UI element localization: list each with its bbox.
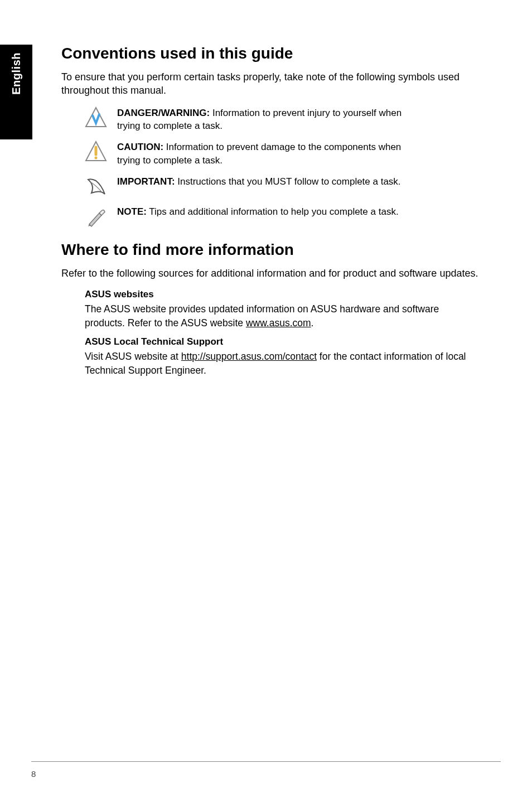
convention-label: DANGER/WARNING: xyxy=(117,108,210,118)
convention-body: Tips and additional information to help … xyxy=(147,206,399,217)
page-number: 8 xyxy=(31,769,36,779)
convention-label: CAUTION: xyxy=(117,142,163,152)
caution-icon xyxy=(85,141,107,163)
note-icon xyxy=(85,205,107,228)
convention-item: CAUTION: Information to prevent damage t… xyxy=(85,141,482,167)
convention-body: Instructions that you MUST follow to com… xyxy=(175,176,401,187)
local-support-heading: ASUS Local Technical Support xyxy=(85,336,482,347)
local-support-link[interactable]: http://support.asus.com/contact xyxy=(181,351,317,362)
convention-text: DANGER/WARNING: Information to prevent i… xyxy=(117,107,407,133)
asus-websites-para: The ASUS website provides updated inform… xyxy=(85,302,482,330)
svg-point-3 xyxy=(95,157,98,160)
footer-divider xyxy=(31,761,501,762)
convention-label: NOTE: xyxy=(117,206,147,217)
asus-websites-link[interactable]: www.asus.com xyxy=(246,317,311,328)
conventions-intro: To ensure that you perform certain tasks… xyxy=(61,70,482,98)
danger-warning-icon xyxy=(85,107,107,129)
convention-text: NOTE: Tips and additional information to… xyxy=(117,205,399,219)
convention-list: DANGER/WARNING: Information to prevent i… xyxy=(85,107,482,228)
local-support-pretext: Visit ASUS website at xyxy=(85,351,181,362)
convention-item: IMPORTANT: Instructions that you MUST fo… xyxy=(85,175,482,197)
convention-text: CAUTION: Information to prevent damage t… xyxy=(117,141,407,167)
local-support-para: Visit ASUS website at http://support.asu… xyxy=(85,350,482,377)
where-title: Where to find more information xyxy=(61,241,482,259)
where-section: Where to find more information Refer to … xyxy=(61,241,482,377)
conventions-title: Conventions used in this guide xyxy=(61,45,482,62)
convention-label: IMPORTANT: xyxy=(117,176,175,187)
asus-websites-heading: ASUS websites xyxy=(85,289,482,300)
convention-item: DANGER/WARNING: Information to prevent i… xyxy=(85,107,482,133)
where-intro: Refer to the following sources for addit… xyxy=(61,267,482,280)
asus-websites-posttext: . xyxy=(311,317,314,328)
convention-item: NOTE: Tips and additional information to… xyxy=(85,205,482,228)
language-tab-label: English xyxy=(10,52,23,95)
important-icon xyxy=(85,175,107,197)
convention-text: IMPORTANT: Instructions that you MUST fo… xyxy=(117,175,401,189)
language-tab: English xyxy=(0,45,32,139)
